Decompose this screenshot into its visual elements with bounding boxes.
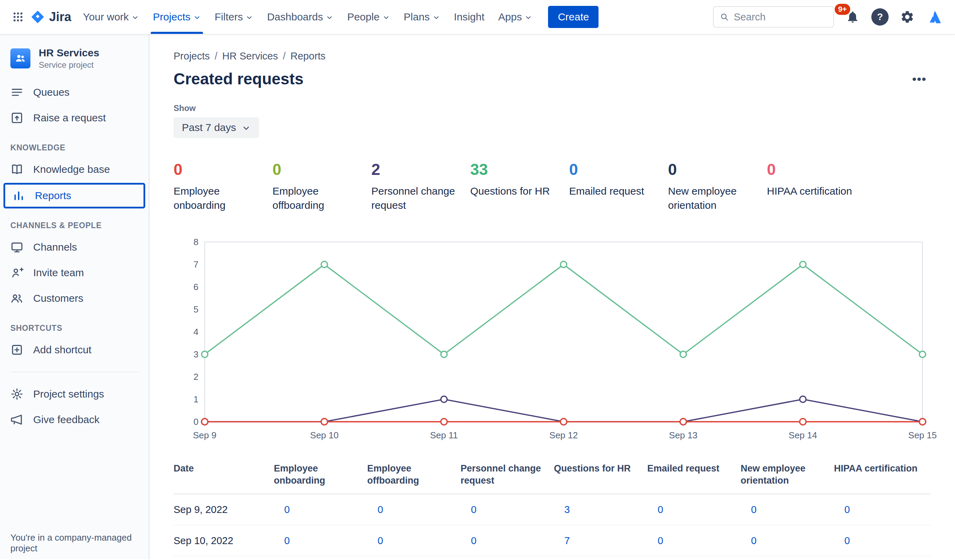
chart-wrap: 012345678Sep 9Sep 10Sep 11Sep 12Sep 13Se… <box>183 236 931 445</box>
sidebar-item-knowledge-base[interactable]: Knowledge base <box>0 156 149 182</box>
stat-value: 0 <box>569 160 656 179</box>
gear-icon <box>10 388 23 400</box>
topnav-item-label: Filters <box>215 11 243 23</box>
sidebar-item-reports[interactable]: Reports <box>3 183 145 208</box>
topnav-item-plans[interactable]: Plans <box>397 0 447 34</box>
date-range-value: Past 7 days <box>182 122 236 133</box>
bar-chart-icon <box>12 189 25 202</box>
sidebar-item-customers[interactable]: Customers <box>0 286 149 311</box>
sidebar-item-project-settings[interactable]: Project settings <box>0 381 149 407</box>
table-cell-link[interactable]: 0 <box>471 535 476 546</box>
breadcrumb-reports[interactable]: Reports <box>290 50 326 62</box>
topnav-item-insight[interactable]: Insight <box>447 0 491 34</box>
stat-label: Employee offboarding <box>272 184 359 212</box>
svg-text:3: 3 <box>194 349 199 360</box>
sidebar-item-invite-team[interactable]: Invite team <box>0 260 149 286</box>
page-title: Created requests <box>174 69 304 88</box>
table-cell-link[interactable]: 7 <box>564 535 570 546</box>
show-label: Show <box>174 103 931 113</box>
topnav-item-your-work[interactable]: Your work <box>76 0 146 34</box>
sidebar-section-shortcuts: SHORTCUTS <box>10 324 138 333</box>
stat-value: 0 <box>767 160 853 179</box>
breadcrumb-hr-services[interactable]: HR Services <box>222 50 278 62</box>
table-cell-link[interactable]: 0 <box>658 504 663 515</box>
notifications-button[interactable]: 9+ <box>843 7 862 27</box>
sidebar-item-label: Reports <box>35 190 71 202</box>
search-input[interactable] <box>734 11 827 23</box>
requests-line-chart: 012345678Sep 9Sep 10Sep 11Sep 12Sep 13Se… <box>183 236 929 444</box>
sidebar-divider <box>10 372 138 372</box>
sidebar-item-label: Customers <box>33 293 83 304</box>
jira-logo[interactable]: Jira <box>30 10 71 24</box>
svg-text:8: 8 <box>194 237 199 247</box>
chevron-down-icon <box>432 14 440 22</box>
table-cell-link[interactable]: 0 <box>751 504 756 515</box>
top-navigation: Jira Your workProjectsFiltersDashboardsP… <box>0 0 955 34</box>
breadcrumb-projects[interactable]: Projects <box>174 50 210 62</box>
table-cell: 0 <box>741 504 834 515</box>
svg-text:Sep 14: Sep 14 <box>789 430 817 440</box>
project-type-footer[interactable]: You're in a company-managed project <box>10 532 149 554</box>
topnav-item-label: People <box>347 11 379 23</box>
table-cell: 0 <box>367 535 460 546</box>
table-cell: 0 <box>741 535 834 546</box>
report-table: DateEmployee onboardingEmployee offboard… <box>174 463 931 557</box>
date-range-dropdown[interactable]: Past 7 days <box>174 117 259 138</box>
table-cell-link[interactable]: 0 <box>377 535 383 546</box>
topnav-item-people[interactable]: People <box>340 0 397 34</box>
sidebar-item-queues[interactable]: Queues <box>0 80 149 105</box>
table-header-emailed-request: Emailed request <box>647 463 741 475</box>
sidebar-item-raise-a-request[interactable]: Raise a request <box>0 105 149 131</box>
project-avatar <box>10 48 30 69</box>
svg-text:Sep 11: Sep 11 <box>430 430 458 440</box>
help-button[interactable]: ? <box>871 8 889 26</box>
chevron-down-icon <box>326 14 333 22</box>
project-name: HR Services <box>39 47 99 59</box>
svg-text:5: 5 <box>194 304 199 314</box>
topnav-item-projects[interactable]: Projects <box>146 0 207 34</box>
monitor-icon <box>10 241 23 254</box>
app-switcher-button[interactable] <box>8 7 28 27</box>
sidebar-item-channels[interactable]: Channels <box>0 235 149 260</box>
search-icon <box>720 12 729 22</box>
table-cell-link[interactable]: 0 <box>751 535 756 546</box>
table-cell-link[interactable]: 0 <box>284 504 290 515</box>
table-cell-link[interactable]: 0 <box>844 504 850 515</box>
table-row: Sep 9, 20220003000 <box>174 494 931 526</box>
sidebar-item-give-feedback[interactable]: Give feedback <box>0 407 149 432</box>
table-header-employee-onboarding: Employee onboarding <box>274 463 367 487</box>
stat-employee-offboarding: 0Employee offboarding <box>272 160 359 212</box>
table-cell: 0 <box>647 504 741 515</box>
main-content: Projects / HR Services / Reports Created… <box>149 34 955 559</box>
svg-text:Sep 13: Sep 13 <box>669 430 697 440</box>
topnav-item-apps[interactable]: Apps <box>491 0 539 34</box>
topnav-item-dashboards[interactable]: Dashboards <box>260 0 340 34</box>
table-cell-link[interactable]: 0 <box>284 535 290 546</box>
table-cell-link[interactable]: 0 <box>658 535 663 546</box>
table-cell-link[interactable]: 3 <box>564 504 570 515</box>
svg-text:Sep 15: Sep 15 <box>908 430 937 440</box>
table-cell: 7 <box>554 535 647 546</box>
table-header-new-employee-orientation: New employee orientation <box>741 463 834 487</box>
add-shortcut-icon <box>10 343 23 357</box>
breadcrumb: Projects / HR Services / Reports <box>174 50 931 62</box>
topnav-item-filters[interactable]: Filters <box>208 0 260 34</box>
project-header[interactable]: HR Services Service project <box>0 44 149 80</box>
topnav-item-label: Apps <box>498 11 522 23</box>
chevron-down-icon <box>193 14 201 22</box>
svg-text:0: 0 <box>194 416 199 427</box>
more-actions-button[interactable]: ••• <box>908 70 931 88</box>
sidebar-item-label: Project settings <box>33 388 104 400</box>
sidebar-item-label: Give feedback <box>33 414 100 425</box>
settings-button[interactable] <box>898 7 917 27</box>
atlassian-app-button[interactable] <box>926 7 945 27</box>
table-cell-link[interactable]: 0 <box>844 535 850 546</box>
sidebar-item-add-shortcut[interactable]: Add shortcut <box>0 337 149 363</box>
topnav-item-label: Dashboards <box>267 11 323 23</box>
create-button[interactable]: Create <box>548 6 598 28</box>
stat-label: Personnel change request <box>371 184 458 212</box>
table-header-hipaa-certification: HIPAA certification <box>834 463 927 475</box>
table-cell-link[interactable]: 0 <box>377 504 383 515</box>
table-cell-link[interactable]: 0 <box>471 504 476 515</box>
stat-label: HIPAA certification <box>767 184 853 199</box>
